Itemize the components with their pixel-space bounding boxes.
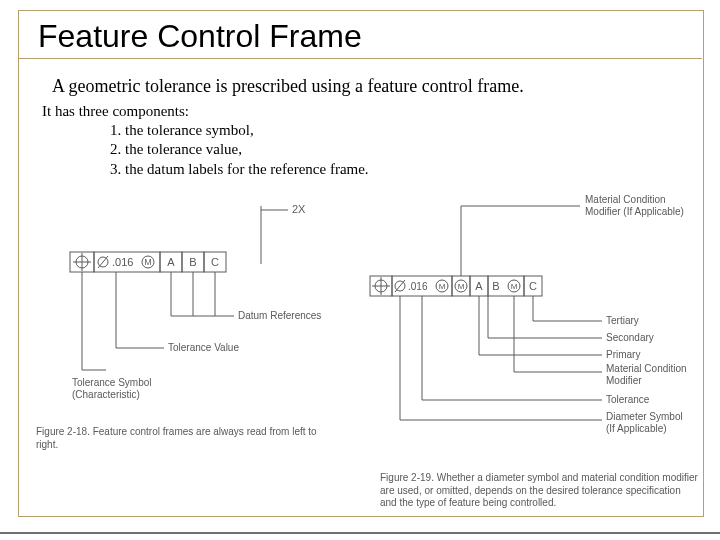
svg-text:M: M bbox=[144, 257, 152, 267]
fcf-diagram-right: .016 M M A B M C Material Condition Modi… bbox=[360, 176, 710, 476]
components-list: It has three components: 1. the toleranc… bbox=[42, 102, 369, 179]
label-tolerance-symbol: Tolerance Symbol bbox=[72, 377, 151, 388]
list-item: 3. the datum labels for the reference fr… bbox=[110, 160, 369, 179]
page-title: Feature Control Frame bbox=[38, 18, 368, 55]
figure-caption-left: Figure 2-18. Feature control frames are … bbox=[36, 426, 336, 451]
datum-c: C bbox=[211, 256, 219, 268]
list-lead: It has three components: bbox=[42, 102, 369, 121]
intro-text: A geometric tolerance is prescribed usin… bbox=[52, 76, 524, 97]
title-underline bbox=[18, 58, 702, 59]
tolerance-value: .016 bbox=[112, 256, 133, 268]
label-diameter-sub: (If Applicable) bbox=[606, 423, 667, 434]
svg-text:M: M bbox=[511, 282, 518, 291]
datum-b: B bbox=[492, 280, 499, 292]
label-mcm: Material Condition bbox=[606, 363, 687, 374]
datum-b: B bbox=[189, 256, 196, 268]
list-item: 2. the tolerance value, bbox=[110, 140, 369, 159]
figure-caption-right: Figure 2-19. Whether a diameter symbol a… bbox=[380, 472, 700, 510]
label-primary: Primary bbox=[606, 349, 640, 360]
datum-c: C bbox=[529, 280, 537, 292]
label-mcm-top: Material Condition bbox=[585, 194, 666, 205]
list-item: 1. the tolerance symbol, bbox=[110, 121, 369, 140]
datum-a: A bbox=[475, 280, 483, 292]
tolerance-value: .016 bbox=[408, 281, 428, 292]
fcf-diagram-left: .016 M A B C 2X Datum References Toleran… bbox=[36, 200, 356, 430]
label-mcm-sub: Modifier bbox=[606, 375, 642, 386]
label-datum-refs: Datum References bbox=[238, 310, 321, 321]
label-tolerance-symbol-sub: (Characteristic) bbox=[72, 389, 140, 400]
label-tolerance-value: Tolerance Value bbox=[168, 342, 239, 353]
two-x-label: 2X bbox=[292, 203, 306, 215]
datum-a: A bbox=[167, 256, 175, 268]
label-tolerance: Tolerance bbox=[606, 394, 650, 405]
label-secondary: Secondary bbox=[606, 332, 654, 343]
label-diameter: Diameter Symbol bbox=[606, 411, 683, 422]
bottom-rule bbox=[0, 532, 720, 534]
svg-text:M: M bbox=[439, 282, 446, 291]
svg-text:M: M bbox=[458, 282, 465, 291]
label-tertiary: Tertiary bbox=[606, 315, 639, 326]
label-mcm-top-sub: Modifier (If Applicable) bbox=[585, 206, 684, 217]
